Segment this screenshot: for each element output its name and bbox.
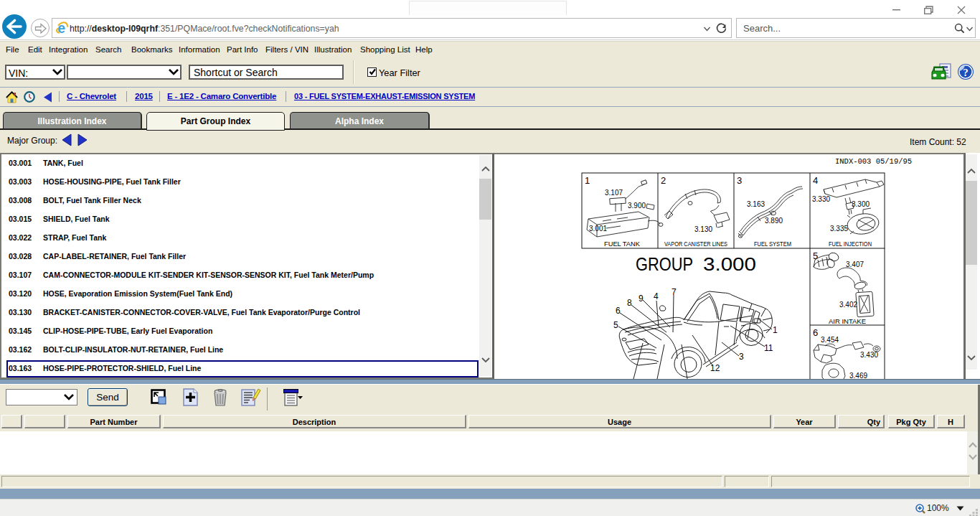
svg-text:3.469: 3.469 [849, 372, 867, 379]
svg-text:4: 4 [813, 175, 818, 186]
svg-text:3.890: 3.890 [765, 217, 783, 225]
svg-text:1: 1 [773, 325, 778, 335]
svg-text:7: 7 [672, 287, 677, 297]
svg-text:12: 12 [710, 363, 720, 373]
svg-text:3.402: 3.402 [839, 301, 857, 309]
svg-text:3: 3 [739, 352, 744, 362]
svg-text:9: 9 [639, 294, 644, 304]
svg-text:?: ? [963, 67, 969, 78]
svg-text:3.300: 3.300 [852, 200, 870, 208]
svg-text:INDX-003 05/19/95: INDX-003 05/19/95 [835, 157, 912, 166]
svg-text:3: 3 [737, 175, 742, 186]
svg-text:3.000: 3.000 [703, 253, 756, 275]
svg-text:3.163: 3.163 [747, 200, 765, 208]
svg-text:3.001: 3.001 [589, 225, 607, 233]
svg-text:3.407: 3.407 [846, 261, 864, 268]
svg-text:AIR INTAKE: AIR INTAKE [829, 317, 866, 325]
svg-text:3.430: 3.430 [860, 351, 878, 359]
svg-text:FUEL TANK: FUEL TANK [604, 240, 641, 248]
svg-text:6: 6 [813, 327, 818, 338]
svg-text:3.107: 3.107 [605, 189, 623, 197]
svg-text:3.454: 3.454 [821, 336, 839, 344]
svg-text:FUEL SYSTEM: FUEL SYSTEM [754, 240, 791, 248]
svg-text:8: 8 [627, 298, 632, 308]
svg-text:3.130: 3.130 [694, 225, 712, 233]
svg-text:3.335: 3.335 [830, 225, 848, 233]
svg-text:3.900: 3.900 [628, 202, 646, 210]
svg-text:3.330: 3.330 [812, 195, 830, 203]
svg-text:4: 4 [654, 291, 659, 301]
svg-text:VAPOR CANISTER LINES: VAPOR CANISTER LINES [664, 240, 727, 248]
svg-text:1: 1 [585, 175, 590, 186]
svg-text:2: 2 [661, 175, 666, 186]
svg-text:5: 5 [613, 320, 618, 330]
svg-text:6: 6 [616, 306, 621, 316]
svg-text:FUEL INJECTION: FUEL INJECTION [829, 240, 872, 248]
svg-text:11: 11 [764, 343, 773, 353]
svg-text:GROUP: GROUP [636, 253, 693, 275]
